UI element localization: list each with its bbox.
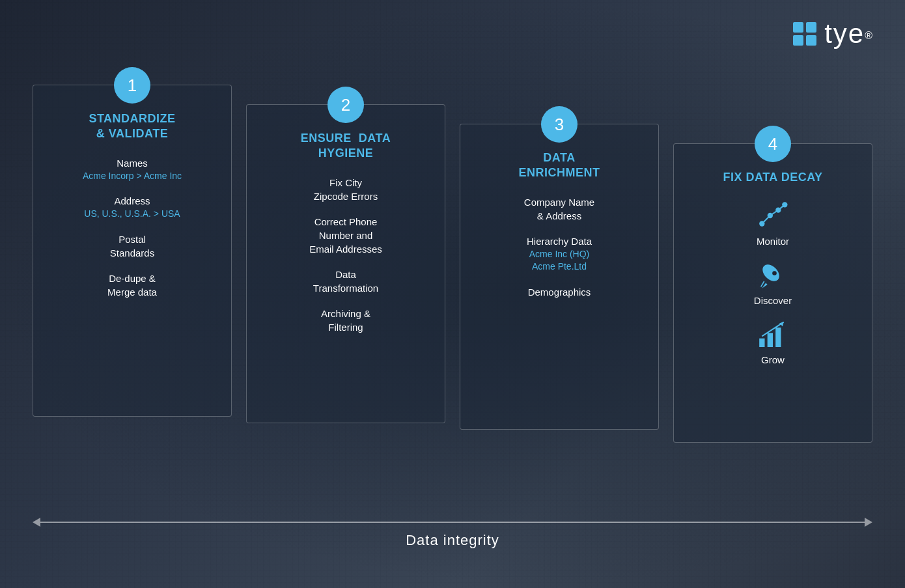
step-item-label-company: Company Name& Address [476,195,643,223]
arrow-head-left [33,518,40,527]
svg-line-4 [762,216,770,224]
grow-icon [757,318,789,350]
svg-point-7 [759,262,782,285]
cards-container: 1 STANDARDIZE& VALIDATE Names Acme Incor… [33,85,872,443]
step-card-2: 2 ENSURE DATAHYGIENE Fix CityZipcode Err… [246,104,445,423]
step-item-label-hierarchy: Hierarchy Data [476,234,643,248]
step-item-dedupe: De-dupe &Merge data [49,272,216,299]
step-item-phone: Correct PhoneNumber andEmail Addresses [262,215,429,256]
logo-grid-cell-2 [806,22,816,33]
step-item-postal: PostalStandards [49,232,216,260]
logo-reg: ® [865,30,872,41]
step-item-label-postal: PostalStandards [49,232,216,260]
grow-label: Grow [761,354,785,365]
svg-point-9 [772,272,777,276]
step-item-label-address: Address [49,194,216,208]
monitor-icon [757,199,789,232]
svg-line-10 [761,281,764,287]
step-item-label-dedupe: De-dupe &Merge data [49,272,216,299]
step-item-transform: DataTransformation [262,268,429,295]
logo-grid-icon [793,22,816,46]
logo: tye® [793,18,872,49]
step-item-city: Fix CityZipcode Errors [262,176,429,203]
discover-icon [757,259,789,291]
step-item-label-city: Fix CityZipcode Errors [262,176,429,203]
page-content: tye® 1 STANDARDIZE& VALIDATE Names Acme … [0,0,905,588]
step-item-address: Address US, U.S., U.S.A. > USA [49,194,216,221]
step-item-archiving: Archiving &Filtering [262,307,429,334]
step-item-company: Company Name& Address [476,195,643,223]
step-item-names: Names Acme Incorp > Acme Inc [49,156,216,183]
step-number-1: 1 [114,67,150,104]
arrow-shaft [40,522,865,523]
svg-line-6 [778,205,785,210]
feature-discover: Discover [689,259,856,306]
svg-line-5 [770,210,779,216]
step-item-label-names: Names [49,156,216,170]
monitor-label: Monitor [757,236,789,247]
logo-grid-cell-4 [806,35,816,46]
step-item-hierarchy: Hierarchy Data Acme Inc (HQ)Acme Pte.Ltd [476,234,643,273]
step-item-label-archiving: Archiving &Filtering [262,307,429,334]
logo-word: tye [824,18,865,49]
step-item-label-transform: DataTransformation [262,268,429,295]
svg-rect-13 [775,328,781,347]
step-number-2: 2 [327,87,364,123]
step-item-sub-hierarchy: Acme Inc (HQ)Acme Pte.Ltd [476,248,643,273]
discover-label: Discover [754,295,792,306]
step-title-2: ENSURE DATAHYGIENE [262,131,429,161]
step-title-4: FIX DATA DECAY [689,170,856,185]
logo-text: tye® [824,18,872,49]
feature-monitor: Monitor [689,199,856,247]
step-card-3: 3 DATAENRICHMENT Company Name& Address H… [460,124,659,430]
step-number-3: 3 [541,106,578,143]
step-title-3: DATAENRICHMENT [476,150,643,181]
step-item-label-phone: Correct PhoneNumber andEmail Addresses [262,215,429,256]
svg-rect-11 [759,339,764,347]
bottom-section: Data integrity [33,518,872,549]
step-card-1: 1 STANDARDIZE& VALIDATE Names Acme Incor… [33,85,232,417]
step-item-sub-names: Acme Incorp > Acme Inc [49,170,216,183]
step-title-1: STANDARDIZE& VALIDATE [49,111,216,142]
feature-grow: Grow [689,318,856,365]
data-integrity-label: Data integrity [406,532,499,549]
svg-rect-12 [768,333,773,348]
step-card-4: 4 FIX DATA DECAY Monitor [673,143,872,443]
step-item-sub-address: US, U.S., U.S.A. > USA [49,208,216,221]
arrow-line [33,518,872,527]
logo-grid-cell-1 [793,22,803,33]
step-item-demographics: Demographics [476,285,643,299]
step-item-label-demographics: Demographics [476,285,643,299]
step-number-4: 4 [755,126,791,162]
logo-grid-cell-3 [793,35,803,46]
arrow-head-right [865,518,872,527]
